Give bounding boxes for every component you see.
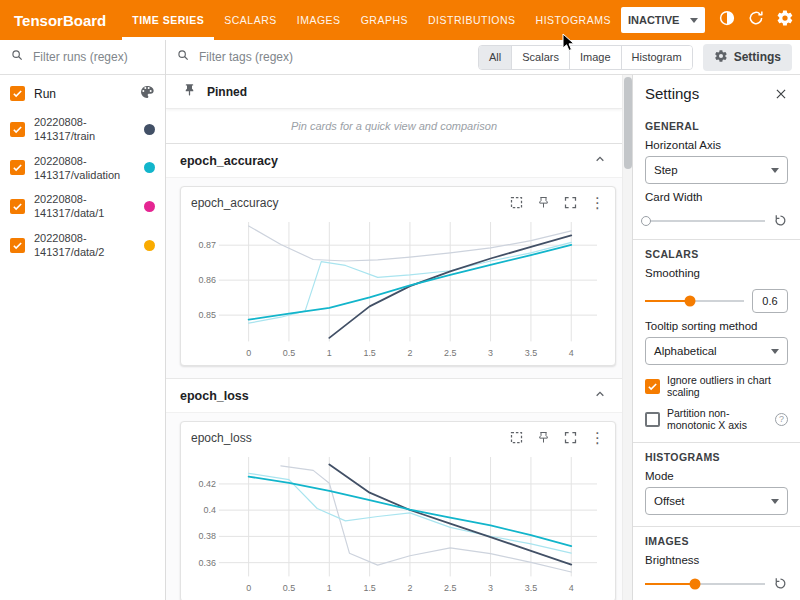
svg-text:0.36: 0.36 (198, 558, 215, 568)
epoch-loss-chart[interactable]: 0.360.380.40.4200.511.522.533.54 (189, 451, 607, 598)
run-checkbox[interactable] (10, 160, 25, 175)
tooltip-sorting-label: Tooltip sorting method (645, 320, 788, 332)
tab-graphs[interactable]: GRAPHS (351, 0, 418, 40)
pin-card-icon[interactable] (536, 430, 551, 445)
horizontal-axis-select[interactable]: Step (645, 156, 788, 184)
filter-toggle-image[interactable]: Image (569, 46, 621, 69)
filter-runs-input[interactable] (31, 49, 155, 65)
svg-text:0: 0 (246, 348, 251, 358)
reload-status-dropdown[interactable]: INACTIVE (621, 7, 705, 33)
section-header-epoch-loss[interactable]: epoch_loss (166, 379, 622, 413)
pin-card-icon[interactable] (536, 195, 551, 210)
view-full-size-icon[interactable] (509, 195, 524, 210)
reset-icon[interactable] (773, 213, 788, 228)
svg-text:0.38: 0.38 (198, 532, 215, 542)
more-options-icon[interactable]: ⋮ (590, 195, 605, 210)
open-settings-button[interactable]: Settings (703, 44, 792, 71)
horizontal-axis-label: Horizontal Axis (645, 139, 788, 151)
epoch-loss-card-zone: epoch_loss ⋮ 0.360.380.40.4200.511.522.5… (166, 413, 622, 600)
close-icon[interactable] (774, 87, 788, 101)
horizontal-axis-value: Step (654, 164, 678, 176)
global-settings-button[interactable] (772, 7, 798, 33)
run-row-data-2[interactable]: 20220808-141317/data/2 (0, 226, 165, 265)
card-width-slider[interactable] (645, 220, 765, 222)
run-label: 20220808-141317/data/1 (34, 192, 135, 221)
svg-text:0.5: 0.5 (283, 348, 295, 358)
fullscreen-icon[interactable] (563, 195, 578, 210)
svg-text:1: 1 (327, 584, 332, 594)
runs-sidebar: Run 20220808-141317/train 20220808-14131… (0, 40, 166, 600)
tab-time-series[interactable]: TIME SERIES (122, 0, 214, 40)
run-label: 20220808-141317/data/2 (34, 231, 135, 260)
brightness-slider[interactable] (645, 583, 765, 585)
slider-thumb[interactable] (684, 296, 695, 307)
run-checkbox[interactable] (10, 199, 25, 214)
tooltip-sorting-value: Alphabetical (654, 345, 717, 357)
ignore-outliers-checkbox[interactable] (645, 379, 660, 394)
refresh-icon (747, 9, 765, 31)
reload-button[interactable] (743, 7, 769, 33)
tab-distributions[interactable]: DISTRIBUTIONS (418, 0, 526, 40)
partition-x-axis-checkbox[interactable] (645, 412, 660, 427)
filter-toggle-scalars[interactable]: Scalars (511, 46, 569, 69)
chevron-down-icon (771, 349, 779, 354)
run-row-data-1[interactable]: 20220808-141317/data/1 (0, 187, 165, 226)
smoothing-value-input[interactable] (752, 289, 788, 313)
svg-text:0: 0 (246, 584, 251, 594)
svg-text:1.5: 1.5 (363, 584, 375, 594)
settings-panel-title: Settings (645, 85, 699, 102)
more-options-icon[interactable]: ⋮ (590, 430, 605, 445)
epoch-loss-card: epoch_loss ⋮ 0.360.380.40.4200.511.522.5… (180, 421, 616, 600)
scrollbar-thumb[interactable] (624, 77, 632, 169)
slider-thumb[interactable] (690, 578, 701, 589)
palette-icon[interactable] (139, 84, 155, 103)
section-header-epoch-accuracy[interactable]: epoch_accuracy (166, 144, 622, 178)
reset-icon[interactable] (773, 576, 788, 591)
theme-toggle-button[interactable] (714, 7, 740, 33)
top-app-bar: TensorBoard TIME SERIES SCALARS IMAGES G… (0, 0, 800, 40)
search-icon (10, 48, 24, 66)
svg-text:2.5: 2.5 (444, 348, 456, 358)
section-title: epoch_loss (180, 389, 249, 403)
topbar-actions: INACTIVE ? (621, 7, 800, 33)
run-row-train[interactable]: 20220808-141317/train (0, 110, 165, 149)
ignore-outliers-label: Ignore outliers in chart scaling (667, 374, 788, 398)
svg-text:2: 2 (407, 584, 412, 594)
filter-toggle-all[interactable]: All (479, 46, 511, 69)
tooltip-sorting-select[interactable]: Alphabetical (645, 337, 788, 365)
svg-text:0.85: 0.85 (198, 310, 215, 320)
fullscreen-icon[interactable] (563, 430, 578, 445)
slider-thumb[interactable] (641, 216, 651, 226)
svg-text:0.87: 0.87 (198, 240, 215, 250)
svg-text:0.5: 0.5 (283, 584, 295, 594)
svg-text:3.5: 3.5 (525, 584, 537, 594)
epoch-accuracy-chart[interactable]: 0.850.860.8700.511.522.533.54 (189, 216, 607, 363)
run-label: 20220808-141317/validation (34, 154, 135, 183)
run-color-dot (144, 124, 155, 135)
select-all-runs-checkbox[interactable] (10, 86, 25, 101)
smoothing-slider[interactable] (645, 300, 744, 302)
run-row-validation[interactable]: 20220808-141317/validation (0, 149, 165, 188)
pin-icon (182, 83, 197, 101)
filter-toggle-histogram[interactable]: Histogram (621, 46, 692, 69)
filter-tags-input[interactable] (197, 49, 468, 65)
smoothing-label: Smoothing (645, 267, 788, 279)
runs-column-label: Run (34, 87, 130, 101)
help-icon[interactable]: ? (775, 413, 788, 426)
svg-text:2.5: 2.5 (444, 584, 456, 594)
histogram-mode-select[interactable]: Offset (645, 487, 788, 515)
scalars-section-label: SCALARS (645, 248, 788, 260)
view-full-size-icon[interactable] (509, 430, 524, 445)
svg-text:1: 1 (327, 348, 332, 358)
chevron-up-icon (592, 151, 608, 170)
pinned-hint-text: Pin cards for a quick view and compariso… (166, 109, 622, 144)
svg-text:4: 4 (569, 348, 574, 358)
tab-images[interactable]: IMAGES (287, 0, 351, 40)
tab-histograms[interactable]: HISTOGRAMS (526, 0, 621, 40)
tab-scalars[interactable]: SCALARS (214, 0, 287, 40)
svg-text:2: 2 (407, 348, 412, 358)
run-checkbox[interactable] (10, 122, 25, 137)
images-section-label: IMAGES (645, 535, 788, 547)
cards-scroll-area: Pinned Pin cards for a quick view and co… (166, 75, 622, 600)
run-checkbox[interactable] (10, 238, 25, 253)
